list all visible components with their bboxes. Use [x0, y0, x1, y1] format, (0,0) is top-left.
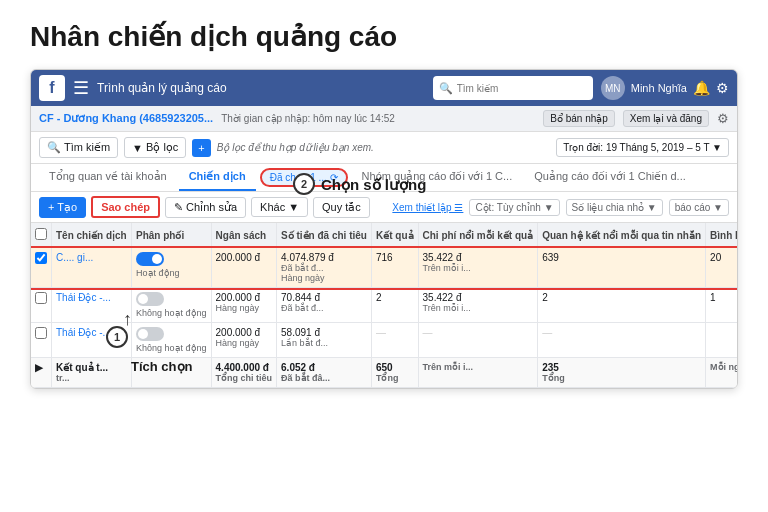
row-checkbox[interactable]	[35, 252, 47, 264]
comments-cell: 20	[706, 248, 737, 288]
annotation-badge-1: 1	[106, 326, 128, 348]
col-budget: Ngân sách	[211, 223, 277, 248]
col-comments: Bình luận về bài viết (Tắt cả)	[706, 223, 737, 248]
comments-cell	[706, 323, 737, 358]
toggle-off[interactable]	[136, 327, 164, 341]
copy-button[interactable]: Sao chép	[91, 196, 160, 218]
spend-sub: Đã bắt đ...	[281, 263, 367, 273]
status-inactive: Không hoạt động	[136, 308, 207, 318]
status-cell: Hoạt động	[132, 248, 212, 288]
row-checkbox-cell[interactable]	[31, 288, 52, 323]
table-row: Thái Độc -... Không hoạt động 200.000 đ …	[31, 288, 737, 323]
facebook-topbar: f ☰ Trình quản lý quảng cáo 🔍 MN Minh Ng…	[31, 70, 737, 106]
comments-cell: 1	[706, 288, 737, 323]
search-filter-button[interactable]: 🔍 Tìm kiếm	[39, 137, 118, 158]
row-checkbox[interactable]	[35, 327, 47, 339]
table-row: C.... gi... Hoạt động 200.000 đ 4.074.87…	[31, 248, 737, 288]
search-icon: 🔍	[47, 141, 61, 154]
facebook-logo: f	[39, 75, 65, 101]
rules-button[interactable]: Quy tắc	[313, 197, 370, 218]
tab-campaign[interactable]: Chiến dịch	[179, 164, 256, 191]
filter-info: Bộ lọc để thu hợp dữ liệu bạn xem.	[217, 142, 374, 153]
row-checkbox-cell[interactable]	[31, 323, 52, 358]
select-all-header[interactable]	[31, 223, 52, 248]
col-result: Kết quả	[371, 223, 418, 248]
columns-button[interactable]: Cột: Tùy chỉnh ▼	[469, 199, 559, 216]
chevron-down-icon: ▼	[288, 201, 299, 213]
notification-icon[interactable]: 🔔	[693, 80, 710, 96]
footer-label: Kết quả t... tr...	[52, 358, 132, 388]
select-all-checkbox[interactable]	[35, 228, 47, 240]
create-button[interactable]: + Tạo	[39, 197, 86, 218]
footer-budget: 4.400.000 đ Tổng chi tiêu	[211, 358, 277, 388]
campaign-name-cell: C.... gi...	[52, 248, 132, 288]
result-cell: —	[371, 323, 418, 358]
table-row: Thái Độc -... Không hoạt động 200.000 đ …	[31, 323, 737, 358]
other-button[interactable]: Khác ▼	[251, 197, 308, 217]
budget-cell: 200.000 đ	[211, 248, 277, 288]
toolbar: + Tạo Sao chép ✎ Chỉnh sửa Khác ▼ Quy tắ…	[31, 192, 737, 223]
view-button[interactable]: Xem lại và đăng	[623, 110, 709, 127]
status-active: Hoạt động	[136, 268, 207, 278]
cpr-cell: 35.422 đ Trên mỗi i...	[418, 288, 538, 323]
tab-overview[interactable]: Tổng quan về tài khoản	[39, 164, 177, 191]
spend-sub: Đã bắt đ...	[281, 303, 367, 313]
footer-spend: 6.052 đ Đã bắt đâ...	[277, 358, 372, 388]
campaign-name: Thái Độc -...	[56, 292, 111, 303]
avatar: MN	[601, 76, 625, 100]
footer-comments: Mỗi người	[706, 358, 737, 388]
col-cpr: Chi phí nổi mỗi kết quả	[418, 223, 538, 248]
reach-cell: —	[538, 323, 706, 358]
row-checkbox-cell[interactable]	[31, 248, 52, 288]
page-title: Nhân chiến dịch quảng cáo	[30, 20, 738, 53]
footer-reach: 235 Tổng	[538, 358, 706, 388]
timestamp: Thời gian cập nhập: hôm nay lúc 14:52	[221, 113, 535, 124]
settings-icon[interactable]: ⚙	[717, 111, 729, 126]
user-name: Minh Nghĩa	[631, 82, 687, 94]
budget-cell: 200.000 đ Hàng ngày	[211, 288, 277, 323]
campaign-name: Thái Độc -...	[56, 327, 111, 338]
sell-button[interactable]: Bổ bán nhập	[543, 110, 615, 127]
search-input[interactable]	[457, 83, 587, 94]
account-name: CF - Dương Khang (4685923205...	[39, 112, 213, 125]
row-checkbox[interactable]	[35, 292, 47, 304]
footer-result: 650 Tổng	[371, 358, 418, 388]
toggle-on[interactable]	[136, 252, 164, 266]
toggle-off[interactable]	[136, 292, 164, 306]
gear-icon[interactable]: ⚙	[716, 80, 729, 96]
spend-cell: 58.091 đ Lần bắt đ...	[277, 323, 372, 358]
filter-button[interactable]: ▼ Bộ lọc	[124, 137, 186, 158]
other-label: Khác	[260, 201, 285, 213]
status-cell: Không hoạt động	[132, 288, 212, 323]
search-box[interactable]: 🔍	[433, 76, 593, 100]
cpr-sub: Trên mỗi i...	[423, 263, 534, 273]
result-cell: 716	[371, 248, 418, 288]
spend-cell: 70.844 đ Đã bắt đ...	[277, 288, 372, 323]
reach-cell: 639	[538, 248, 706, 288]
edit-button[interactable]: ✎ Chỉnh sửa	[165, 197, 246, 218]
annotation-arrow-1: ↑	[123, 309, 132, 330]
date-range[interactable]: Trọn đời: 19 Tháng 5, 2019 – 5 T ▼	[556, 138, 729, 157]
result-cell: 2	[371, 288, 418, 323]
footer-expand[interactable]: ▶	[31, 358, 52, 388]
annotation-tic-chon: Tích chọn	[131, 359, 192, 374]
tab-ads[interactable]: Quảng cáo đối với 1 Chiến d...	[524, 164, 696, 191]
report-button[interactable]: báo cáo ▼	[669, 199, 729, 216]
col-reach: Quan hệ kết nổi mỗi qua tin nhắn	[538, 223, 706, 248]
breakdown-button[interactable]: Số liệu chia nhỏ ▼	[566, 199, 663, 216]
budget-sub: Hàng ngày	[216, 303, 273, 313]
cpr-cell: —	[418, 323, 538, 358]
view-toggle-link[interactable]: Xem thiết lập ☰	[392, 202, 463, 213]
menu-icon[interactable]: ☰	[73, 77, 89, 99]
search-icon: 🔍	[439, 82, 453, 95]
col-spend: Số tiền đã chi tiêu	[277, 223, 372, 248]
reach-cell: 2	[538, 288, 706, 323]
annotation-chon-so-luong: Chọn số lượng	[321, 176, 426, 194]
status-cell: Không hoạt động	[132, 323, 212, 358]
budget-sub: Hàng ngày	[216, 338, 273, 348]
campaign-name: C.... gi...	[56, 252, 93, 263]
account-bar: CF - Dương Khang (4685923205... Thời gia…	[31, 106, 737, 132]
spend-sub2: Hàng ngày	[281, 273, 367, 283]
add-filter-button[interactable]: +	[192, 139, 210, 157]
annotation-badge-2: 2	[293, 173, 315, 195]
